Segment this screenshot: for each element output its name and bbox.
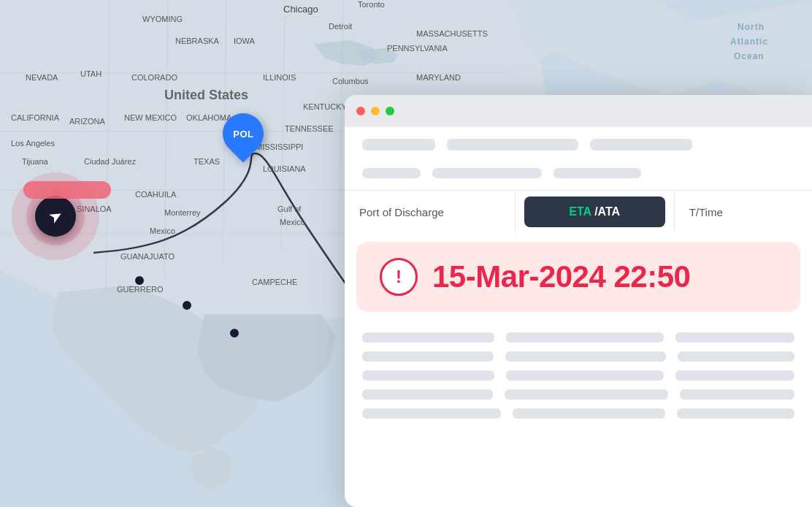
skeleton-top-2 xyxy=(447,139,578,150)
waypoint-1 xyxy=(135,276,144,285)
sk-1-3 xyxy=(675,332,794,343)
window-dot-red[interactable] xyxy=(356,107,365,115)
table-header: Port of Discharge ETA /ATA T/Time xyxy=(345,190,812,233)
skeleton-row-5 xyxy=(362,408,794,419)
col-eta-ata-bg: ETA /ATA xyxy=(524,197,665,227)
sk-3-2 xyxy=(506,370,664,381)
sk-3-3 xyxy=(675,370,794,381)
sk-1-2 xyxy=(506,332,664,343)
current-location-marker: ➤ xyxy=(35,196,76,237)
pol-pin: POL xyxy=(214,104,272,162)
sk-2-3 xyxy=(678,351,794,362)
sk-4-2 xyxy=(505,389,668,400)
sk-1-1 xyxy=(362,332,494,343)
pol-marker: POL xyxy=(223,113,264,154)
sk-2-2 xyxy=(505,351,666,362)
skeleton-top-6 xyxy=(554,168,641,178)
col-ttime-label: T/Time xyxy=(689,206,723,218)
sk-3-1 xyxy=(362,370,494,381)
current-circle: ➤ xyxy=(35,196,76,237)
alert-date-text: 15-Mar-2024 22:50 xyxy=(432,259,690,294)
alert-icon: ! xyxy=(380,258,418,296)
alert-exclamation-icon: ! xyxy=(396,268,402,286)
panel-header xyxy=(345,95,812,127)
alert-banner: ! 15-Mar-2024 22:50 xyxy=(356,242,800,312)
window-dot-green[interactable] xyxy=(386,107,394,115)
skeleton-row-3 xyxy=(362,370,794,381)
eta-label: ETA xyxy=(569,205,591,218)
skeleton-row-4 xyxy=(362,389,794,400)
sk-5-1 xyxy=(362,408,501,419)
waypoint-3 xyxy=(230,329,239,338)
sk-4-1 xyxy=(362,389,493,400)
skeleton-row-1 xyxy=(362,332,794,343)
window-dot-yellow[interactable] xyxy=(371,107,380,115)
main-panel: Port of Discharge ETA /ATA T/Time ! 15-M… xyxy=(345,95,812,507)
col-port-of-discharge: Port of Discharge xyxy=(345,191,516,233)
sk-5-3 xyxy=(677,408,794,419)
col-port-label: Port of Discharge xyxy=(359,206,444,218)
skeleton-row-2 xyxy=(362,351,794,362)
skeleton-top-1 xyxy=(362,139,435,150)
panel-bottom-skeletons xyxy=(345,321,812,430)
current-location-label xyxy=(23,181,111,199)
ata-label: /ATA xyxy=(594,205,620,218)
sk-5-2 xyxy=(513,408,665,419)
skeleton-top-4 xyxy=(362,168,421,178)
pol-label: POL xyxy=(233,129,253,140)
waypoint-2 xyxy=(183,301,191,310)
navigation-arrow-icon: ➤ xyxy=(46,206,66,226)
col-eta-ata: ETA /ATA xyxy=(516,191,675,233)
skeleton-top-3 xyxy=(590,139,692,150)
sk-2-1 xyxy=(362,351,494,362)
panel-top-skeletons xyxy=(345,127,812,150)
sk-4-3 xyxy=(680,389,794,400)
skeleton-top-5 xyxy=(432,168,542,178)
panel-top-skeletons-2 xyxy=(345,156,812,178)
col-ttime: T/Time xyxy=(675,191,812,233)
